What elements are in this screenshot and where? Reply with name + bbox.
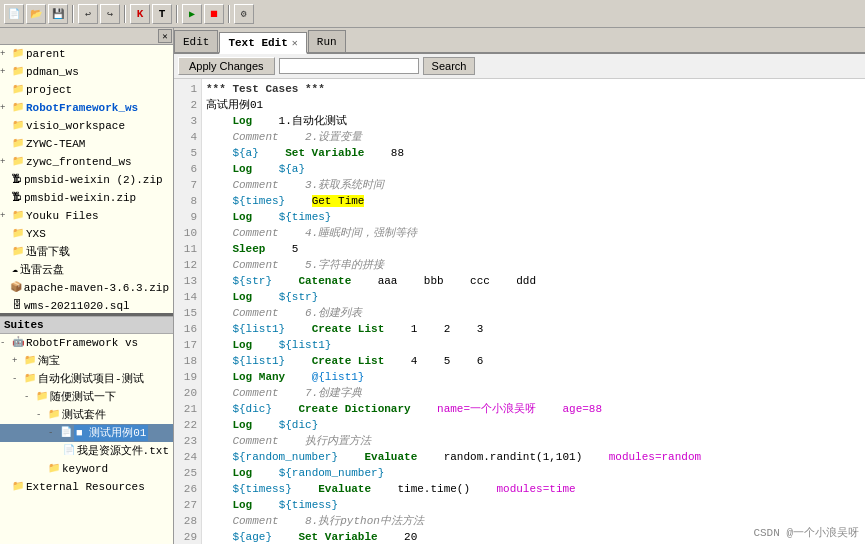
tab-close-textedit[interactable]: ✕ bbox=[292, 37, 298, 49]
code-line: Comment 3.获取系统时间 bbox=[206, 177, 861, 193]
line-number: 5 bbox=[174, 145, 201, 161]
code-line: ${timess} Evaluate time.time() modules=t… bbox=[206, 481, 861, 497]
file-tree-item[interactable]: +📁parent bbox=[0, 45, 173, 63]
line-number: 1 bbox=[174, 81, 201, 97]
file-tree-item[interactable]: ☁迅雷云盘 bbox=[0, 261, 173, 279]
suites-tree-item[interactable]: -📁随便测试一下 bbox=[0, 388, 173, 406]
line-number: 6 bbox=[174, 161, 201, 177]
file-tree-item[interactable]: 📁迅雷下载 bbox=[0, 243, 173, 261]
code-line: 高试用例01 bbox=[206, 97, 861, 113]
file-tree-item[interactable]: +📁zywc_frontend_ws bbox=[0, 153, 173, 171]
line-number: 25 bbox=[174, 465, 201, 481]
suites-header: Suites bbox=[0, 316, 173, 334]
code-line: Log ${times} bbox=[206, 209, 861, 225]
file-tree-item[interactable]: 📁visio_workspace bbox=[0, 117, 173, 135]
toolbar-open[interactable]: 📂 bbox=[26, 4, 46, 24]
file-tree-item[interactable]: +📁Youku Files bbox=[0, 207, 173, 225]
suites-tree-item[interactable]: -📁自动化测试项目-测试 bbox=[0, 370, 173, 388]
left-panel-close[interactable]: ✕ bbox=[158, 29, 172, 43]
toolbar-save[interactable]: 💾 bbox=[48, 4, 68, 24]
line-number: 29 bbox=[174, 529, 201, 544]
toolbar-t1[interactable]: T bbox=[152, 4, 172, 24]
line-number: 15 bbox=[174, 305, 201, 321]
tab-run[interactable]: Run bbox=[308, 30, 346, 52]
search-button[interactable]: Search bbox=[423, 57, 476, 75]
toolbar-separator-2 bbox=[124, 5, 126, 23]
code-line: ${times} Get Time bbox=[206, 193, 861, 209]
toolbar-settings[interactable]: ⚙ bbox=[234, 4, 254, 24]
toolbar-separator-3 bbox=[176, 5, 178, 23]
apply-changes-button[interactable]: Apply Changes bbox=[178, 57, 275, 75]
code-line: Comment 4.睡眠时间，强制等待 bbox=[206, 225, 861, 241]
line-number: 26 bbox=[174, 481, 201, 497]
line-numbers: 1234567891011121314151617181920212223242… bbox=[174, 79, 202, 544]
tab-edit[interactable]: Edit bbox=[174, 30, 218, 52]
suites-tree-item[interactable]: -🤖RobotFramework vs bbox=[0, 334, 173, 352]
file-tree-item[interactable]: 🗜pmsbid-weixin (2).zip bbox=[0, 171, 173, 189]
line-number: 24 bbox=[174, 449, 201, 465]
file-tree-item[interactable]: 🗄wms-20211020.sql bbox=[0, 297, 173, 315]
code-line: Log ${str} bbox=[206, 289, 861, 305]
file-tree-item[interactable]: +📁RobotFramework_ws bbox=[0, 99, 173, 117]
toolbar-separator-1 bbox=[72, 5, 74, 23]
file-tree-item[interactable]: +📁pdman_ws bbox=[0, 63, 173, 81]
line-number: 8 bbox=[174, 193, 201, 209]
code-line: ${dic} Create Dictionary name=一个小浪吴呀 age… bbox=[206, 401, 861, 417]
line-number: 17 bbox=[174, 337, 201, 353]
top-toolbar: 📄 📂 💾 ↩ ↪ K T ▶ ⏹ ⚙ bbox=[0, 0, 865, 28]
code-line: *** Test Cases *** bbox=[206, 81, 861, 97]
code-line: Log 1.自动化测试 bbox=[206, 113, 861, 129]
code-line: Comment 7.创建字典 bbox=[206, 385, 861, 401]
code-line: Log ${list1} bbox=[206, 337, 861, 353]
code-line: ${str} Catenate aaa bbb ccc ddd bbox=[206, 273, 861, 289]
main-area: ✕ +📁parent+📁pdman_ws 📁project+📁RobotFram… bbox=[0, 28, 865, 544]
file-tree-item[interactable]: 🗜pmsbid-weixin.zip bbox=[0, 189, 173, 207]
code-line: ${a} Set Variable 88 bbox=[206, 145, 861, 161]
code-line: ${random_number} Evaluate random.randint… bbox=[206, 449, 861, 465]
line-number: 2 bbox=[174, 97, 201, 113]
code-line: Log ${timess} bbox=[206, 497, 861, 513]
line-number: 7 bbox=[174, 177, 201, 193]
suites-tree-item[interactable]: -📄■ 测试用例01 bbox=[0, 424, 173, 442]
line-number: 22 bbox=[174, 417, 201, 433]
suites-tree-item[interactable]: 📁External Resources bbox=[0, 478, 173, 496]
file-tree-item[interactable]: 📁project bbox=[0, 81, 173, 99]
toolbar-separator-4 bbox=[228, 5, 230, 23]
suites-tree-item[interactable]: -📁测试套件 bbox=[0, 406, 173, 424]
suites-tree-item[interactable]: 📁keyword bbox=[0, 460, 173, 478]
code-content[interactable]: *** Test Cases ***高试用例01 Log 1.自动化测试 Com… bbox=[202, 79, 865, 544]
toolbar-redo[interactable]: ↪ bbox=[100, 4, 120, 24]
file-tree-item[interactable]: 📦apache-maven-3.6.3.zip bbox=[0, 279, 173, 297]
line-number: 11 bbox=[174, 241, 201, 257]
code-line: Log ${a} bbox=[206, 161, 861, 177]
line-number: 3 bbox=[174, 113, 201, 129]
code-line: Comment 执行内置方法 bbox=[206, 433, 861, 449]
toolbar-stop[interactable]: ⏹ bbox=[204, 4, 224, 24]
right-panel: EditText Edit✕Run Apply Changes Search 1… bbox=[174, 28, 865, 544]
code-line: Sleep 5 bbox=[206, 241, 861, 257]
file-tree-item[interactable]: 📁ZYWC-TEAM bbox=[0, 135, 173, 153]
toolbar-run[interactable]: ▶ bbox=[182, 4, 202, 24]
line-number: 23 bbox=[174, 433, 201, 449]
code-line: Log Many @{list1} bbox=[206, 369, 861, 385]
code-line: Comment 6.创建列表 bbox=[206, 305, 861, 321]
code-line: ${list1} Create List 1 2 3 bbox=[206, 321, 861, 337]
code-line: ${list1} Create List 4 5 6 bbox=[206, 353, 861, 369]
line-number: 9 bbox=[174, 209, 201, 225]
tab-bar: EditText Edit✕Run bbox=[174, 28, 865, 54]
file-tree-item[interactable]: 📁YXS bbox=[0, 225, 173, 243]
search-input[interactable] bbox=[279, 58, 419, 74]
line-number: 4 bbox=[174, 129, 201, 145]
toolbar-new[interactable]: 📄 bbox=[4, 4, 24, 24]
toolbar-undo[interactable]: ↩ bbox=[78, 4, 98, 24]
suites-panel: -🤖RobotFramework vs+📁淘宝-📁自动化测试项目-测试-📁随便测… bbox=[0, 334, 173, 544]
toolbar-k1[interactable]: K bbox=[130, 4, 150, 24]
line-number: 28 bbox=[174, 513, 201, 529]
edit-toolbar: Apply Changes Search bbox=[174, 54, 865, 79]
tab-textedit[interactable]: Text Edit✕ bbox=[219, 32, 306, 54]
suites-tree-item[interactable]: +📁淘宝 bbox=[0, 352, 173, 370]
code-area[interactable]: 1234567891011121314151617181920212223242… bbox=[174, 79, 865, 544]
suites-tree-item[interactable]: 📄我是资源文件.txt bbox=[0, 442, 173, 460]
line-number: 10 bbox=[174, 225, 201, 241]
line-number: 12 bbox=[174, 257, 201, 273]
